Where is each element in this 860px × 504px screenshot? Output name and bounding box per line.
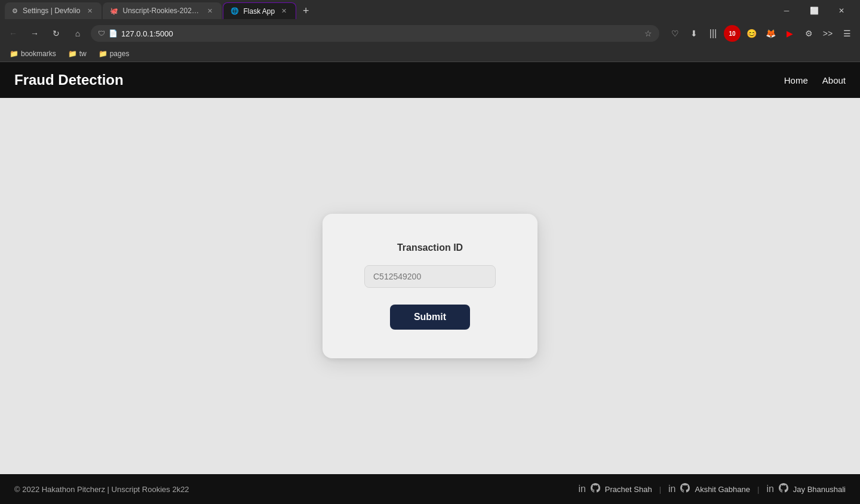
close-button[interactable]: ✕ [828, 0, 855, 21]
maximize-button[interactable]: ⬜ [800, 0, 828, 21]
page-icon: 📄 [109, 29, 118, 38]
nav-link-about[interactable]: About [822, 75, 846, 85]
app-navbar: Fraud Detection Home About [0, 62, 860, 98]
extension-youtube-icon[interactable]: ▶ [781, 25, 798, 42]
refresh-button[interactable]: ↻ [48, 25, 64, 42]
github-icon-3[interactable] [779, 483, 788, 495]
more-button[interactable]: >> [819, 25, 836, 42]
address-input[interactable]: 127.0.0.1:5000 [121, 29, 641, 38]
tab-close-2[interactable]: ✕ [205, 7, 214, 16]
form-label: Transaction ID [397, 242, 463, 253]
minimize-button[interactable]: ─ [773, 0, 800, 21]
submit-button[interactable]: Submit [390, 305, 470, 330]
browser-window: ⚙ Settings | Devfolio ✕ 🐙 Unscript-Rooki… [0, 0, 860, 504]
separator-2: | [757, 485, 759, 494]
tab-1[interactable]: ⚙ Settings | Devfolio ✕ [5, 2, 102, 19]
footer-team: in Prachet Shah | in Akshit Gabhane | in [578, 483, 846, 495]
menu-button[interactable]: ☰ [838, 25, 855, 42]
new-tab-button[interactable]: + [297, 2, 314, 19]
toolbar-icons: ♡ ⬇ ||| 10 😊 🦊 ▶ ⚙ >> ☰ [666, 25, 855, 42]
tab-close-3[interactable]: ✕ [280, 7, 288, 16]
nav-link-home[interactable]: Home [784, 75, 808, 85]
download-icon[interactable]: ⬇ [686, 25, 702, 42]
bookmark-bookmarks[interactable]: 📁 bookmarks [5, 48, 61, 59]
bookmark-tw[interactable]: 📁 tw [63, 48, 91, 59]
star-icon[interactable]: ☆ [644, 29, 652, 38]
team-member-1: Prachet Shah [605, 485, 652, 494]
app-nav-links: Home About [784, 75, 846, 85]
footer-copyright: © 2022 Hakathon Pitcherz | Unscript Rook… [14, 485, 578, 494]
bookmark-label: bookmarks [21, 50, 56, 58]
transaction-id-input[interactable] [364, 265, 496, 288]
address-bar: ← → ↻ ⌂ 🛡 📄 127.0.0.1:5000 ☆ ♡ ⬇ ||| 10 … [0, 21, 860, 45]
tab-favicon-3: 🌐 [231, 7, 239, 15]
bookmark-pages-label: pages [110, 50, 130, 58]
github-icon-2[interactable] [680, 483, 690, 495]
address-field-wrap: 🛡 📄 127.0.0.1:5000 ☆ [91, 25, 659, 42]
github-icon-1[interactable] [591, 483, 600, 495]
tab-2[interactable]: 🐙 Unscript-Rookies-2022/flask_a... ✕ [103, 2, 222, 19]
bookmark-pages[interactable]: 📁 pages [94, 48, 134, 59]
security-icon: 🛡 [98, 29, 105, 38]
bookmark-folder-icon-2: 📁 [68, 50, 77, 58]
linkedin-icon-2[interactable]: in [668, 484, 675, 494]
bookmark-folder-icon-3: 📁 [99, 50, 108, 58]
extensions-icon[interactable]: ⚙ [800, 25, 817, 42]
tab-bar: ⚙ Settings | Devfolio ✕ 🐙 Unscript-Rooki… [0, 0, 860, 21]
separator-1: | [659, 485, 661, 494]
tab-title-1: Settings | Devfolio [23, 7, 81, 15]
team-member-2: Akshit Gabhane [695, 485, 750, 494]
extension-1-icon[interactable]: 10 [724, 25, 741, 42]
app-footer: © 2022 Hakathon Pitcherz | Unscript Rook… [0, 474, 860, 504]
tab-close-1[interactable]: ✕ [85, 7, 94, 16]
back-button[interactable]: ← [5, 25, 22, 42]
tab-favicon-2: 🐙 [110, 7, 118, 15]
home-button[interactable]: ⌂ [69, 25, 86, 42]
tab-favicon-1: ⚙ [12, 7, 18, 15]
bookmark-folder-icon: 📁 [10, 50, 19, 58]
tab-title-3: Flask App [244, 7, 275, 16]
app-brand: Fraud Detection [14, 72, 784, 88]
tab-3[interactable]: 🌐 Flask App ✕ [223, 2, 297, 19]
window-controls: ─ ⬜ ✕ [773, 0, 855, 21]
extension-2-icon[interactable]: 😊 [743, 25, 760, 42]
bookmarks-bar: 📁 bookmarks 📁 tw 📁 pages [0, 45, 860, 62]
extension-3-icon[interactable]: 🦊 [762, 25, 779, 42]
main-content: Transaction ID Submit [0, 98, 860, 474]
form-card: Transaction ID Submit [322, 214, 538, 358]
forward-button[interactable]: → [26, 25, 43, 42]
linkedin-icon-3[interactable]: in [766, 484, 773, 494]
linkedin-icon-1[interactable]: in [578, 484, 585, 494]
app-content: Fraud Detection Home About Transaction I… [0, 62, 860, 504]
team-member-3: Jay Bhanushali [793, 485, 846, 494]
pocket-icon[interactable]: ♡ [666, 25, 683, 42]
tab-title-2: Unscript-Rookies-2022/flask_a... [123, 7, 201, 15]
bookmark-tw-label: tw [79, 50, 87, 58]
library-icon[interactable]: ||| [705, 25, 721, 42]
